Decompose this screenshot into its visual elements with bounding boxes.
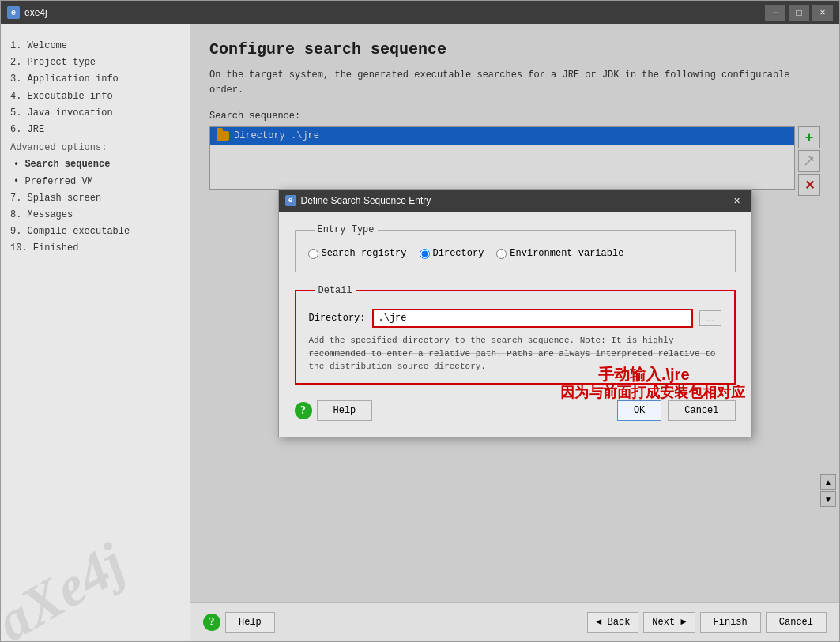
help-icon: ? bbox=[203, 614, 220, 631]
right-content: Configure search sequence On the target … bbox=[190, 24, 839, 641]
modal-close-button[interactable]: × bbox=[729, 193, 745, 208]
entry-type-legend: Entry Type bbox=[315, 224, 378, 235]
sidebar-item-compile-executable[interactable]: 9. Compile executable bbox=[10, 224, 180, 239]
sidebar-item-project-type[interactable]: 2. Project type bbox=[10, 55, 180, 70]
detail-fieldset: Detail Directory: ... Add the specified … bbox=[295, 285, 736, 385]
cancel-button[interactable]: Cancel bbox=[668, 400, 735, 421]
next-button[interactable]: Next ► bbox=[643, 612, 695, 633]
sidebar-item-messages[interactable]: 8. Messages bbox=[10, 208, 180, 223]
annotation-container: Add the specified directory to the searc… bbox=[309, 334, 721, 374]
bottom-left: ? Help bbox=[203, 612, 275, 633]
browse-button[interactable]: ... bbox=[699, 310, 721, 326]
radio-search-registry[interactable]: Search registry bbox=[308, 248, 407, 259]
radio-directory-input[interactable] bbox=[420, 249, 430, 259]
detail-legend: Detail bbox=[315, 285, 356, 296]
sidebar-item-splash-screen[interactable]: 7. Splash screen bbox=[10, 191, 180, 206]
modal-title-bar: e Define Search Sequence Entry × bbox=[279, 190, 751, 212]
sidebar-item-java-invocation[interactable]: 5. Java invocation bbox=[10, 106, 180, 121]
minimize-button[interactable]: − bbox=[765, 5, 785, 21]
radio-env-variable-input[interactable] bbox=[496, 249, 507, 259]
sidebar-item-executable-info[interactable]: 4. Executable info bbox=[10, 89, 180, 104]
sidebar-item-finished[interactable]: 10. Finished bbox=[10, 241, 180, 256]
modal-help-area: ? Help bbox=[295, 400, 373, 421]
directory-label: Directory: bbox=[309, 313, 366, 324]
sidebar-item-welcome[interactable]: 1. Welcome bbox=[10, 39, 180, 54]
bottom-bar: ? Help ◄ Back Next ► Finish Cancel bbox=[190, 602, 839, 641]
title-bar: e exe4j − □ × bbox=[1, 1, 839, 24]
sidebar-item-jre[interactable]: 6. JRE bbox=[10, 122, 180, 137]
bottom-right: ◄ Back Next ► Finish Cancel bbox=[587, 612, 827, 633]
finish-button[interactable]: Finish bbox=[700, 612, 761, 633]
title-bar-left: e exe4j bbox=[7, 6, 47, 19]
sidebar: 1. Welcome 2. Project type 3. Applicatio… bbox=[1, 24, 190, 641]
radio-env-variable[interactable]: Environment variable bbox=[496, 248, 623, 259]
back-button[interactable]: ◄ Back bbox=[587, 612, 638, 633]
sidebar-advanced-header: Advanced options: bbox=[10, 141, 180, 156]
modal-app-icon: e bbox=[285, 195, 296, 206]
sidebar-item-preferred-vm[interactable]: • Preferred VM bbox=[10, 175, 180, 190]
modal-overlay: e Define Search Sequence Entry × Entry T… bbox=[190, 24, 839, 602]
modal-title-left: e Define Search Sequence Entry bbox=[285, 195, 431, 206]
maximize-button[interactable]: □ bbox=[789, 5, 809, 21]
window-title: exe4j bbox=[24, 7, 47, 18]
cancel-bottom-button[interactable]: Cancel bbox=[766, 612, 827, 633]
entry-type-fieldset: Entry Type Search registry Directory bbox=[295, 224, 736, 272]
modal-help-button[interactable]: Help bbox=[317, 400, 373, 421]
main-content: 1. Welcome 2. Project type 3. Applicatio… bbox=[1, 24, 839, 641]
modal-title: Define Search Sequence Entry bbox=[301, 195, 431, 206]
ok-button[interactable]: OK bbox=[617, 400, 661, 421]
main-panel: Configure search sequence On the target … bbox=[190, 24, 839, 602]
radio-directory[interactable]: Directory bbox=[420, 248, 484, 259]
sidebar-item-search-sequence[interactable]: • Search sequence bbox=[10, 157, 180, 172]
radio-row: Search registry Directory Environment va… bbox=[308, 242, 722, 265]
detail-note: Add the specified directory to the searc… bbox=[309, 334, 721, 374]
main-window: e exe4j − □ × 1. Welcome 2. Project type… bbox=[0, 0, 840, 642]
modal-ok-cancel: OK Cancel bbox=[617, 400, 736, 421]
modal-body: Entry Type Search registry Directory bbox=[279, 212, 751, 437]
define-search-entry-dialog: e Define Search Sequence Entry × Entry T… bbox=[278, 189, 752, 437]
directory-row: Directory: ... bbox=[309, 309, 721, 328]
modal-help-icon: ? bbox=[295, 402, 312, 419]
sidebar-watermark: aXe4j bbox=[1, 531, 136, 641]
help-button[interactable]: Help bbox=[225, 612, 275, 633]
directory-input[interactable] bbox=[372, 309, 694, 328]
app-icon: e bbox=[7, 6, 20, 19]
title-bar-controls: − □ × bbox=[765, 5, 833, 21]
radio-search-registry-input[interactable] bbox=[308, 249, 318, 259]
close-button[interactable]: × bbox=[812, 5, 833, 21]
sidebar-item-application-info[interactable]: 3. Application info bbox=[10, 72, 180, 87]
modal-buttons: ? Help OK Cancel bbox=[295, 394, 736, 424]
